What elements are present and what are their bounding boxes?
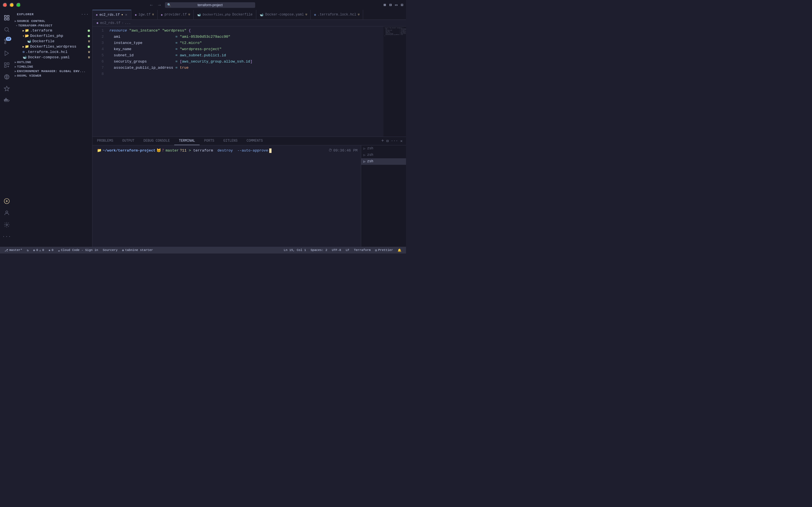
- terminal-main[interactable]: 📁 ~/work/terraform-project 🐱 ᚠ master ?1…: [93, 145, 361, 247]
- status-cloud-code[interactable]: ☁ Cloud Code - Sign in: [56, 247, 101, 253]
- tab-ec2-rds-tf[interactable]: ◈ ec2_rds.tf ● ✕: [93, 10, 132, 20]
- panel-tab-label: PORTS: [204, 139, 214, 143]
- terminal-session-2[interactable]: ▷ zsh: [361, 152, 406, 158]
- titlebar: ← → 🔍 ⊞ ⊟ ▭ ⊡: [0, 0, 406, 10]
- panel-tab-output[interactable]: OUTPUT: [118, 136, 139, 145]
- tree-item-dockerfile[interactable]: 🐋 Dockerfile U: [13, 39, 92, 44]
- activity-extensions[interactable]: [1, 59, 12, 71]
- code-editor[interactable]: 1 2 3 4 5 6 7 8 resource "aws_instance" …: [93, 26, 406, 136]
- project-root-header[interactable]: ▾ TERRAFORM-PROJECT: [13, 23, 92, 28]
- terminal-session-3[interactable]: ▷ zsh: [361, 158, 406, 165]
- split-terminal-button[interactable]: ⊟: [386, 138, 389, 144]
- activity-remote[interactable]: [1, 71, 12, 82]
- terminal-session-1[interactable]: ▷ zsh: [361, 145, 406, 152]
- activity-explorer[interactable]: [1, 12, 12, 23]
- error-count: 0: [36, 248, 38, 252]
- status-sync[interactable]: ↻: [24, 247, 31, 253]
- notification-icon: 🔔: [398, 248, 402, 252]
- activity-more[interactable]: ···: [1, 231, 12, 242]
- panel-tab-debug[interactable]: DEBUG CONSOLE: [139, 136, 174, 145]
- breadcrumb-file[interactable]: ec2_rds.tf: [100, 21, 120, 25]
- panel-tab-terminal[interactable]: TERMINAL: [174, 136, 200, 145]
- tree-item-terraform[interactable]: ▶ 📁 .terraform: [13, 28, 92, 33]
- svg-rect-12: [4, 66, 6, 67]
- timeline-section[interactable]: ▶ TIMELINE: [13, 64, 92, 69]
- tf-file-icon: ◈: [96, 13, 98, 17]
- tab-dockerfile[interactable]: 🐋 Dockerfiles_php Dockerfile: [194, 10, 256, 20]
- terminal-flag: --auto-approve: [238, 148, 268, 154]
- outline-section[interactable]: ▶ OUTLINE: [13, 60, 92, 64]
- maximize-window-button[interactable]: [16, 3, 21, 7]
- tab-label: ec2_rds.tf: [100, 13, 120, 17]
- panel-tab-problems[interactable]: PROBLEMS: [93, 136, 118, 145]
- tab-docker-compose[interactable]: 🐋 Docker-compose.yaml U: [256, 10, 311, 20]
- activity-bottom: ···: [1, 195, 12, 244]
- sidebar-more-button[interactable]: ···: [81, 12, 89, 17]
- tab-close-button[interactable]: ✕: [124, 13, 128, 17]
- tab-igw-tf[interactable]: ◈ igw.tf U: [132, 10, 157, 20]
- fullscreen-icon[interactable]: ⊡: [401, 3, 403, 7]
- svg-rect-17: [5, 98, 6, 100]
- tab-label: Docker-compose.yaml: [265, 13, 304, 17]
- status-git-changes[interactable]: ⎈ 0: [46, 247, 56, 253]
- status-line-ending[interactable]: LF: [343, 247, 352, 253]
- tab-lock-hcl[interactable]: ⚙ .terraform.lock.hcl U: [311, 10, 363, 20]
- status-errors[interactable]: ⊗ 0 ⚠ 0: [31, 247, 46, 253]
- activity-account[interactable]: [1, 207, 12, 219]
- filename-terraform: .terraform: [30, 29, 87, 33]
- activity-source-control[interactable]: 12: [1, 36, 12, 47]
- activity-docker[interactable]: [1, 95, 12, 106]
- prettier-icon: ⊡: [375, 248, 377, 252]
- source-control-header[interactable]: ▶ SOURCE CONTROL: [13, 19, 92, 23]
- tree-item-lock-hcl[interactable]: ⚙ .terraform.lock.hcl U: [13, 49, 92, 55]
- ooxml-section[interactable]: ▶ OOXML VIEWER: [13, 73, 92, 78]
- titlebar-nav: [3, 3, 21, 7]
- panel-tab-ports[interactable]: PORTS: [200, 136, 219, 145]
- panel-more-button[interactable]: ···: [391, 138, 398, 143]
- env-manager-section[interactable]: ▶ ENVIRONMENT MANAGER: GLOBAL ENV...: [13, 69, 92, 73]
- activity-search[interactable]: [1, 24, 12, 35]
- activity-tabnine[interactable]: [1, 195, 12, 207]
- back-button[interactable]: ←: [149, 3, 154, 8]
- layout-icon[interactable]: ⊞: [384, 3, 386, 7]
- svg-point-19: [6, 224, 8, 226]
- panel-tab-comments[interactable]: COMMENTS: [242, 136, 267, 145]
- close-panel-button[interactable]: ✕: [400, 138, 403, 144]
- status-prettier[interactable]: ⊡ Prettier: [373, 247, 395, 253]
- activity-run[interactable]: [1, 48, 12, 59]
- status-encoding[interactable]: UTF-8: [329, 247, 343, 253]
- status-language[interactable]: Terraform: [352, 247, 373, 253]
- status-tabnine[interactable]: ⊕ tabnine starter: [120, 247, 155, 253]
- tree-item-dockerfiles-wordpress[interactable]: ▶ 📁 Dockerfiles_wordpress: [13, 44, 92, 49]
- tree-item-dockerfiles-php[interactable]: ▾ 📂 Dockerfiles_php: [13, 33, 92, 39]
- forward-button[interactable]: →: [157, 3, 161, 8]
- tab-provider-tf[interactable]: ◈ provider.tf U: [158, 10, 194, 20]
- ooxml-label: OOXML VIEWER: [17, 74, 42, 77]
- code-content[interactable]: resource "aws_instance" "wordpress" { am…: [107, 26, 384, 136]
- panel-tab-gitlens[interactable]: GITLENS: [219, 136, 242, 145]
- docker-file-icon: 🐋: [197, 13, 201, 17]
- status-spaces[interactable]: Spaces: 2: [308, 247, 329, 253]
- chevron-right-icon: ▶: [15, 74, 17, 77]
- tree-item-docker-compose[interactable]: 🐋 Docker-compose.yaml U: [13, 55, 92, 60]
- tab-modified-indicator: U: [188, 13, 190, 16]
- activity-settings[interactable]: [1, 219, 12, 230]
- minimap: resource "aws_instance" "wordpress" { am…: [384, 26, 406, 136]
- status-branch[interactable]: ⎇ master*: [2, 247, 24, 253]
- minimize-window-button[interactable]: [10, 3, 14, 7]
- split-icon[interactable]: ⊟: [389, 3, 392, 7]
- add-terminal-button[interactable]: +: [381, 138, 384, 144]
- breadcrumb-section[interactable]: ...: [124, 21, 131, 25]
- search-input[interactable]: [165, 2, 255, 8]
- panel-icon[interactable]: ▭: [395, 3, 397, 7]
- status-cursor-pos[interactable]: Ln 15, Col 1: [282, 247, 308, 253]
- activity-gitlens[interactable]: [1, 83, 12, 94]
- search-bar[interactable]: 🔍: [165, 2, 255, 8]
- svg-point-18: [6, 211, 8, 213]
- status-sourcery[interactable]: Sourcery: [100, 247, 120, 253]
- close-window-button[interactable]: [3, 3, 7, 7]
- sync-icon: ↻: [27, 248, 29, 252]
- status-notifications[interactable]: 🔔: [395, 247, 404, 253]
- breadcrumb-file-icon: ◈: [96, 21, 98, 25]
- editor-area: ◈ ec2_rds.tf ● ✕ ◈ igw.tf U ◈ provider.t…: [93, 10, 406, 247]
